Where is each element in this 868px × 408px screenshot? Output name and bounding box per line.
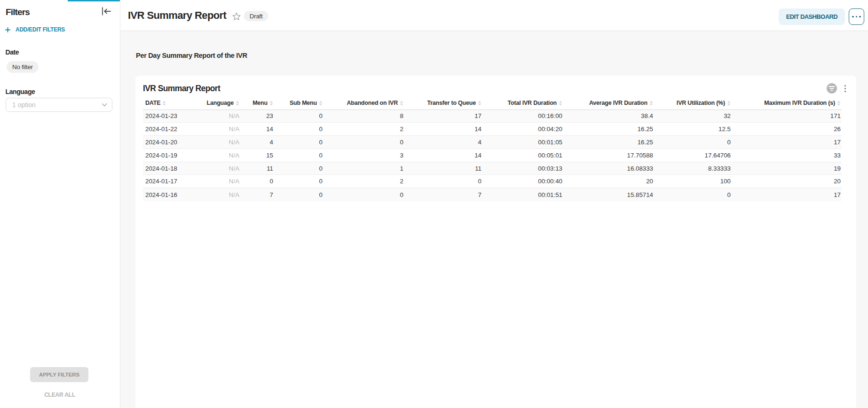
column-header[interactable]: Menu: [240, 100, 274, 106]
table-cell: 8.33333: [654, 165, 732, 172]
add-edit-filters-button[interactable]: ADD/EDIT FILTERS: [5, 26, 65, 33]
column-header[interactable]: Maximum IVR Duration (s): [732, 100, 842, 106]
table-cell: N/A: [199, 178, 240, 185]
table-filter-button[interactable]: [827, 83, 837, 94]
table-cell: 0: [324, 139, 404, 146]
table-cell: 8: [324, 112, 404, 119]
sort-icon: [269, 101, 273, 106]
chevron-down-icon: [102, 102, 107, 108]
table-cell: 100: [654, 178, 732, 185]
language-select[interactable]: 1 option: [6, 98, 112, 112]
table-cell: 2: [324, 178, 404, 185]
report-card-header: IVR Summary Report: [143, 83, 849, 94]
table-cell: N/A: [199, 126, 240, 133]
kebab-icon: [844, 85, 846, 86]
column-header[interactable]: Sub Menu: [274, 100, 324, 106]
table-cell: 0: [274, 126, 324, 133]
date-filter-label: Date: [6, 48, 19, 56]
sort-icon: [837, 101, 841, 106]
table-cell: 20: [732, 178, 842, 185]
table-cell: 17: [732, 139, 842, 146]
sort-icon: [319, 101, 323, 106]
table-cell: 33: [732, 152, 842, 159]
column-header[interactable]: Total IVR Duration: [482, 100, 563, 106]
table-cell: 16.25: [563, 126, 654, 133]
table-cell: 2024-01-17: [143, 178, 199, 185]
column-header[interactable]: Language: [199, 100, 240, 106]
table-cell: 11: [240, 165, 274, 172]
table-row: 2024-01-17N/A002000:00:402010020: [143, 175, 842, 188]
table-cell: 17: [404, 112, 482, 119]
table-cell: N/A: [199, 152, 240, 159]
table-header-row: DATELanguageMenuSub MenuAbandoned on IVR…: [143, 97, 842, 110]
collapse-sidebar-button[interactable]: [102, 7, 111, 16]
table-cell: 0: [274, 139, 324, 146]
collapse-panel-icon: [102, 7, 111, 16]
table-cell: 15: [240, 152, 274, 159]
sort-icon: [400, 101, 403, 106]
filters-panel: Filters ADD/EDIT FILTERS Date No filter …: [0, 0, 120, 408]
table-cell: 2024-01-22: [143, 126, 199, 133]
table-cell: 2024-01-20: [143, 139, 199, 146]
column-header[interactable]: Transfer to Queue: [404, 100, 482, 106]
table-cell: 32: [654, 112, 732, 119]
clear-all-button[interactable]: CLEAR ALL: [0, 392, 119, 398]
card-menu-button[interactable]: [842, 83, 848, 94]
main-area: IVR Summary Report Draft EDIT DASHBOARD …: [120, 0, 868, 408]
column-header[interactable]: Average IVR Duration: [563, 100, 654, 106]
language-select-value: 1 option: [12, 101, 36, 109]
table-cell: 00:01:51: [482, 191, 563, 198]
table-cell: 14: [240, 126, 274, 133]
sort-icon: [649, 101, 653, 106]
more-options-button[interactable]: [849, 8, 864, 25]
column-header[interactable]: IVR Utilization (%): [654, 100, 732, 106]
table-cell: 14: [404, 152, 482, 159]
table-cell: 7: [240, 191, 274, 198]
table-cell: 19: [732, 165, 842, 172]
sort-icon: [478, 101, 481, 106]
table-cell: 7: [404, 191, 482, 198]
language-filter-label: Language: [6, 88, 35, 95]
table-cell: 0: [404, 178, 482, 185]
table-cell: 0: [274, 152, 324, 159]
table-cell: 0: [274, 191, 324, 198]
table-cell: 16.25: [563, 139, 654, 146]
table-cell: 17.64706: [654, 152, 732, 159]
table-row: 2024-01-18N/A11011100:03:1316.083338.333…: [143, 162, 842, 175]
report-table: DATELanguageMenuSub MenuAbandoned on IVR…: [143, 97, 842, 201]
table-cell: 2024-01-18: [143, 165, 199, 172]
table-cell: 2024-01-16: [143, 191, 199, 198]
add-edit-filters-label: ADD/EDIT FILTERS: [16, 26, 65, 33]
favorite-star-icon[interactable]: [232, 12, 241, 21]
table-cell: N/A: [199, 139, 240, 146]
edit-dashboard-button[interactable]: EDIT DASHBOARD: [779, 8, 845, 25]
table-cell: 15.85714: [563, 191, 654, 198]
sort-icon: [162, 101, 166, 106]
table-cell: 0: [274, 165, 324, 172]
table-cell: 171: [732, 112, 842, 119]
date-filter-chip[interactable]: No filter: [7, 61, 39, 73]
table-cell: 0: [274, 178, 324, 185]
apply-filters-button[interactable]: APPLY FILTERS: [30, 367, 88, 382]
column-header[interactable]: DATE: [143, 100, 199, 106]
sort-icon: [727, 101, 731, 106]
table-row: 2024-01-16N/A700700:01:5115.85714017: [143, 188, 842, 201]
report-card-title: IVR Summary Report: [143, 84, 220, 94]
table-cell: 0: [274, 112, 324, 119]
report-card: IVR Summary Report: [135, 76, 856, 408]
table-cell: 00:00:40: [482, 178, 563, 185]
table-row: 2024-01-19N/A15031400:05:0117.7058817.64…: [143, 149, 842, 162]
column-header[interactable]: Abandoned on IVR: [324, 100, 404, 106]
table-row: 2024-01-22N/A14021400:04:2016.2512.526: [143, 123, 842, 136]
star-icon: [232, 12, 241, 21]
table-cell: 00:04:20: [482, 126, 563, 133]
table-cell: 16.08333: [563, 165, 654, 172]
table-cell: 0: [324, 191, 404, 198]
plus-icon: [5, 27, 10, 32]
table-cell: N/A: [199, 191, 240, 198]
table-cell: 00:01:05: [482, 139, 563, 146]
table-cell: 1: [324, 165, 404, 172]
table-cell: 0: [654, 139, 732, 146]
table-row: 2024-01-23N/A23081700:16:0038.432171: [143, 110, 842, 123]
filters-header: Filters: [6, 7, 113, 17]
